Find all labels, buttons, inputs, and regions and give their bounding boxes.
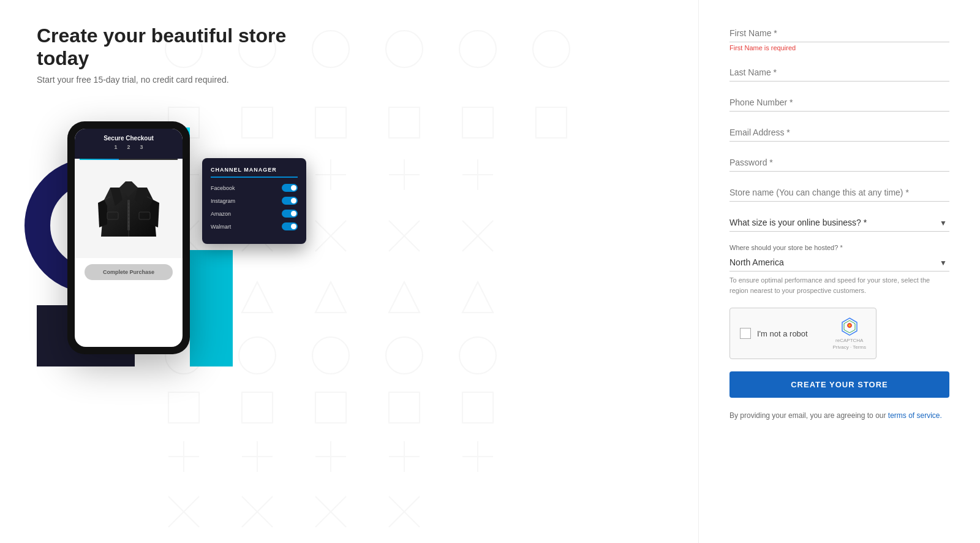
svg-line-60 [242,496,273,527]
right-panel: First Name is required What size is your… [698,0,980,543]
host-label: Where should your store be hosted? * [729,244,949,251]
host-hint: To ensure optimal performance and speed … [729,275,949,295]
page-subtitle: Start your free 15-day trial, no credit … [37,75,662,85]
channel-walmart-label: Walmart [211,224,231,230]
terms-text: By providing your email, you are agreein… [729,410,949,422]
host-select[interactable]: North America Europe Asia Pacific [729,254,949,272]
left-panel: Create your beautiful store today Start … [0,0,698,543]
svg-line-61 [315,496,346,527]
channel-manager-title: CHANNEL MANAGER [211,167,298,178]
phone-header-text: Secure Checkout [80,135,178,142]
business-size-select[interactable]: What size is your online business? * Sol… [729,214,949,232]
phone-group [729,94,949,112]
svg-rect-45 [389,392,420,423]
phone-steps: 1 2 3 [80,144,178,150]
captcha-left: I'm not a robot [740,328,808,339]
captcha-brand-text: reCAPTCHA [835,338,863,343]
first-name-group: First Name is required [729,25,949,51]
terms-of-service-link[interactable]: terms of service. [888,411,942,420]
business-size-group: What size is your online business? * Sol… [729,214,949,232]
svg-line-59 [242,496,273,527]
channel-manager-popup: CHANNEL MANAGER Facebook Instagram Amazo… [202,158,306,244]
email-input[interactable] [729,124,949,142]
store-name-input[interactable] [729,184,949,202]
channel-walmart: Walmart [211,222,298,230]
svg-line-58 [168,496,199,527]
host-wrapper: North America Europe Asia Pacific ▼ [729,254,949,272]
last-name-input[interactable] [729,64,949,82]
channel-facebook: Facebook [211,184,298,192]
svg-line-62 [315,496,346,527]
channel-amazon-toggle[interactable] [282,210,298,218]
captcha-logo: reCAPTCHA Privacy · Terms [832,317,866,350]
mockup-container: Secure Checkout 1 2 3 [37,109,270,366]
channel-instagram-label: Instagram [211,198,235,204]
captcha-group: I'm not a robot reCAPTCHA Privacy · Term… [729,308,949,359]
phone-header: Secure Checkout 1 2 3 [75,129,183,159]
phone-mockup: Secure Checkout 1 2 3 [67,121,190,354]
channel-facebook-toggle[interactable] [282,184,298,192]
cyan-rectangle [190,250,233,366]
page-title: Create your beautiful store today [37,25,343,70]
channel-facebook-label: Facebook [211,185,235,191]
channel-amazon: Amazon [211,210,298,218]
signup-form: First Name is required What size is your… [729,25,949,422]
terms-prefix: By providing your email, you are agreein… [729,411,888,420]
captcha-checkbox[interactable] [740,328,751,339]
host-group: Where should your store be hosted? * Nor… [729,244,949,295]
last-name-group [729,64,949,82]
first-name-error: First Name is required [729,44,949,51]
captcha-box: I'm not a robot reCAPTCHA Privacy · Term… [729,308,876,359]
password-input[interactable] [729,154,949,172]
phone-input[interactable] [729,94,949,112]
password-group [729,154,949,172]
channel-instagram: Instagram [211,197,298,205]
phone-product-image [75,160,183,258]
svg-rect-42 [168,392,199,423]
captcha-links-text: Privacy · Terms [832,344,866,350]
svg-line-64 [389,496,420,527]
email-group [729,124,949,142]
svg-rect-43 [242,392,273,423]
captcha-label: I'm not a robot [757,329,808,338]
svg-line-63 [389,496,420,527]
svg-line-57 [168,496,199,527]
channel-amazon-label: Amazon [211,211,231,217]
phone-screen: Secure Checkout 1 2 3 [75,129,183,347]
left-content: Create your beautiful store today Start … [37,25,662,366]
create-store-button[interactable]: CREATE YOUR STORE [729,371,949,398]
channel-walmart-toggle[interactable] [282,222,298,230]
business-size-wrapper: What size is your online business? * Sol… [729,214,949,232]
phone-complete-button[interactable]: Complete Purchase [85,264,173,280]
svg-rect-46 [462,392,493,423]
svg-rect-44 [315,392,346,423]
recaptcha-icon [840,317,859,336]
store-name-group [729,184,949,202]
first-name-input[interactable] [729,25,949,42]
channel-instagram-toggle[interactable] [282,197,298,205]
